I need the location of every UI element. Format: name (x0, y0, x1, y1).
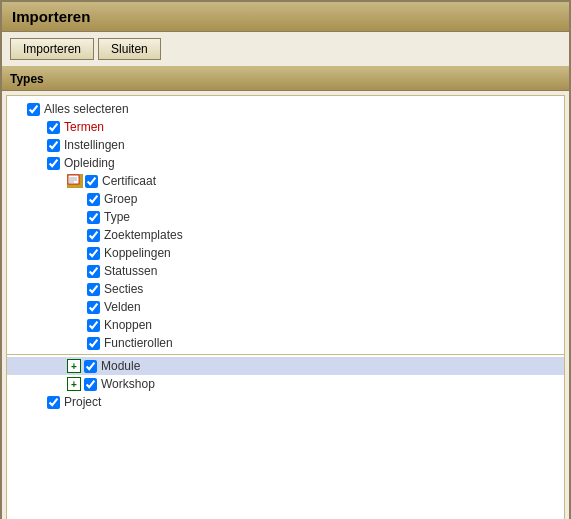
certificaat-checkbox[interactable] (85, 175, 98, 188)
list-item: Opleiding (7, 154, 564, 172)
knoppen-label[interactable]: Knoppen (104, 318, 152, 332)
toolbar: Importeren Sluiten (2, 32, 569, 67)
statussen-checkbox[interactable] (87, 265, 100, 278)
termen-checkbox[interactable] (47, 121, 60, 134)
certificaat-label[interactable]: Certificaat (102, 174, 156, 188)
select-all-label[interactable]: Alles selecteren (44, 102, 129, 116)
zoektemplates-label[interactable]: Zoektemplates (104, 228, 183, 242)
type-checkbox[interactable] (87, 211, 100, 224)
list-item: + Module (7, 357, 564, 375)
types-label: Types (10, 72, 44, 86)
workshop-expand-button[interactable]: + (67, 377, 81, 391)
module-label[interactable]: Module (101, 359, 140, 373)
opleiding-label[interactable]: Opleiding (64, 156, 115, 170)
list-item: + Workshop (7, 375, 564, 393)
list-item: Certificaat (7, 172, 564, 190)
list-item: Instellingen (7, 136, 564, 154)
separator (7, 354, 564, 355)
groep-label[interactable]: Groep (104, 192, 137, 206)
list-item: Secties (7, 280, 564, 298)
secties-checkbox[interactable] (87, 283, 100, 296)
knoppen-checkbox[interactable] (87, 319, 100, 332)
list-item: Koppelingen (7, 244, 564, 262)
opleiding-checkbox[interactable] (47, 157, 60, 170)
module-checkbox[interactable] (84, 360, 97, 373)
window-title: Importeren (12, 8, 90, 25)
list-item: Alles selecteren (7, 100, 564, 118)
velden-checkbox[interactable] (87, 301, 100, 314)
import-button[interactable]: Importeren (10, 38, 94, 60)
secties-label[interactable]: Secties (104, 282, 143, 296)
zoektemplates-checkbox[interactable] (87, 229, 100, 242)
types-header: Types (2, 67, 569, 91)
list-item: Velden (7, 298, 564, 316)
termen-label[interactable]: Termen (64, 120, 104, 134)
statussen-label[interactable]: Statussen (104, 264, 157, 278)
workshop-label[interactable]: Workshop (101, 377, 155, 391)
list-item: Project (7, 393, 564, 411)
list-item: Zoektemplates (7, 226, 564, 244)
project-label[interactable]: Project (64, 395, 101, 409)
tree-container: Alles selecteren Termen Instellingen Opl… (6, 95, 565, 519)
list-item: Statussen (7, 262, 564, 280)
list-item: Knoppen (7, 316, 564, 334)
list-item: Functierollen (7, 334, 564, 352)
close-button[interactable]: Sluiten (98, 38, 161, 60)
instellingen-label[interactable]: Instellingen (64, 138, 125, 152)
cert-icon (67, 174, 83, 188)
project-checkbox[interactable] (47, 396, 60, 409)
functierollen-label[interactable]: Functierollen (104, 336, 173, 350)
svg-rect-1 (68, 175, 79, 184)
certificate-svg-icon (67, 174, 83, 188)
list-item: Groep (7, 190, 564, 208)
list-item: Type (7, 208, 564, 226)
select-all-checkbox[interactable] (27, 103, 40, 116)
title-bar: Importeren (2, 2, 569, 32)
list-item: Termen (7, 118, 564, 136)
groep-checkbox[interactable] (87, 193, 100, 206)
module-expand-button[interactable]: + (67, 359, 81, 373)
workshop-checkbox[interactable] (84, 378, 97, 391)
instellingen-checkbox[interactable] (47, 139, 60, 152)
functierollen-checkbox[interactable] (87, 337, 100, 350)
koppelingen-label[interactable]: Koppelingen (104, 246, 171, 260)
main-window: Importeren Importeren Sluiten Types Alle… (0, 0, 571, 519)
koppelingen-checkbox[interactable] (87, 247, 100, 260)
list-item (7, 411, 564, 427)
velden-label[interactable]: Velden (104, 300, 141, 314)
type-label[interactable]: Type (104, 210, 130, 224)
